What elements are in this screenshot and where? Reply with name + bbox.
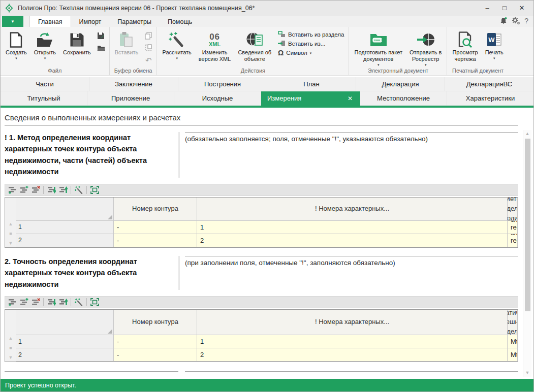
row-number[interactable]: 2 [16,348,114,362]
help-icon[interactable]: ? [524,17,528,24]
undo-icon[interactable]: ↶ [144,56,153,64]
preview-drawing-button[interactable]: Просмотр чертежа [449,27,481,67]
open-button[interactable]: Открыть ▾ [30,27,59,67]
tab-close-icon[interactable]: ✕ [347,95,354,102]
menu-tab-glavnaya[interactable]: Главная [29,16,71,27]
ribbon-group-edoc: Подготовить пакет документов ▾ [349,27,447,75]
delete-row-button[interactable] [30,297,41,307]
paste-special-icon[interactable] [144,44,153,52]
cell-method[interactable]: Метод спутниковых геодезических измерени… [508,234,518,247]
send-rosreestr-button[interactable]: Отправить в Росреестр ▾ [406,27,445,67]
autofill-wand-button[interactable] [73,185,84,195]
dropdown-caret-icon: ▾ [378,63,380,67]
save-as-button[interactable] [97,31,106,40]
dropdown-caret-icon: ▾ [44,56,46,60]
autofill-wand-button[interactable] [73,297,84,307]
cell-contour[interactable]: - [114,348,197,362]
tab-chasti[interactable]: Части [1,77,89,91]
create-button[interactable]: Создать ▾ [2,27,30,67]
scroll-up-icon[interactable]: ▲ [9,335,13,342]
dropdown-caret-icon: ▾ [15,56,17,60]
scroll-up-icon[interactable]: ▲ [9,221,13,227]
section-2-title: 2. Точность определения координат характ… [5,256,178,290]
print-button[interactable]: W Печать ▾ [482,27,507,67]
tab-iskhodnye[interactable]: Исходные [174,91,261,106]
settings-gear-icon[interactable] [512,17,520,25]
scroll-down-icon[interactable]: ▼ [525,369,530,377]
tab-deklaratsiyavs[interactable]: ДекларацияВС [445,77,533,91]
tab-kharakteristiki[interactable]: Характеристики [447,91,533,106]
row-number[interactable]: 1 [16,221,114,234]
tab-plan[interactable]: План [267,77,356,91]
minimize-button[interactable]: – [480,2,495,14]
cell-contour[interactable]: - [114,221,197,234]
tab-mestopolozhenie[interactable]: Местоположение [360,91,447,106]
cell-method[interactable]: Метод спутниковых геодезических измерени… [508,221,518,234]
scroll-down-icon[interactable]: ▼ [9,240,13,247]
cell-formula[interactable]: Mt=√(0.07²+0.07²)=0.10 [508,335,518,348]
delete-row-button[interactable] [30,185,41,195]
scroll-thumb[interactable] [525,139,530,311]
group-label-clipboard: Буфер обмена [111,67,155,75]
expand-table-button[interactable] [89,297,100,307]
tab-postroeniya[interactable]: Построения [178,77,267,91]
section-2: 2. Точность определения координат характ… [5,256,518,290]
scroll-thumb-icon[interactable]: ■ [9,231,12,237]
copy-icon[interactable] [144,31,153,40]
toolbar-separator [71,186,71,194]
menu-tab-parametry[interactable]: Параметры [109,16,160,27]
open-recent-button[interactable] [97,44,106,52]
app-menu-button[interactable]: ▼ [2,16,23,27]
save-button[interactable]: Сохранить [59,27,95,67]
cell-points[interactable]: 2 [197,234,508,247]
close-button[interactable]: ✕ [514,2,529,14]
insert-row-button[interactable] [18,185,29,195]
cell-points[interactable]: 1 [197,221,508,234]
cell-points[interactable]: 2 [197,348,508,362]
section-2-field: (при заполнении поля, отмеченные "!", за… [178,256,518,290]
scroll-up-icon[interactable]: ▲ [525,130,530,138]
table-inner-scrollbar[interactable]: ▲ ■ ▼ [5,198,16,247]
cell-points[interactable]: 1 [197,335,508,348]
prepare-package-button[interactable]: Подготовить пакет документов ▾ [351,27,406,67]
notification-bell-icon[interactable] [499,17,508,25]
document-tabs-row-2: Титульный Приложение Исходные Измерения … [1,91,533,106]
insert-row-button[interactable] [18,297,29,307]
scroll-down-icon[interactable]: ▼ [9,354,13,361]
add-row-button[interactable] [7,297,18,307]
object-info-button[interactable]: Сведения об объекте [234,27,275,67]
add-row-button[interactable] [7,185,18,195]
paste-button[interactable]: Вставить [111,27,142,67]
calculate-button[interactable]: Рассчитать ▾ [159,27,195,67]
menu-tab-import[interactable]: Импорт [71,16,110,27]
insert-from-section-button[interactable]: Вставить из раздела [278,31,344,38]
preview-magnifier-icon [458,30,473,49]
move-row-down-button[interactable] [46,185,57,195]
scroll-thumb-icon[interactable]: ■ [9,345,12,351]
app-window: Полигон Про: Техплан помещения версии 06… [0,0,534,392]
change-xml-version-button[interactable]: 06 XML Изменить версию XML [195,27,235,67]
row-number[interactable]: 1 [16,335,114,348]
insert-from-section-icon [278,31,286,38]
row-number[interactable]: 2 [16,234,114,247]
document-tabs-row-1: Части Заключение Построения План Деклара… [1,77,533,91]
menu-tab-pomosch[interactable]: Помощь [160,16,200,27]
move-row-up-button[interactable] [57,297,69,307]
tab-izmereniya[interactable]: Измерения ✕ [261,91,360,106]
tab-prilozhenie[interactable]: Приложение [87,91,174,106]
content-scrollbar[interactable]: ▲ ▼ [523,130,531,377]
insert-from-button[interactable]: Вставить из... [278,40,344,47]
tab-zaklyuchenie[interactable]: Заключение [89,77,178,91]
move-row-up-button[interactable] [57,185,69,195]
tab-deklaratsiya[interactable]: Декларация [356,77,445,91]
symbol-button[interactable]: Ω Символ ▾ [278,49,344,56]
table-method: Номер контура ! Номера характерных... ! … [5,197,518,248]
maximize-button[interactable]: □ [497,2,512,14]
table-inner-scrollbar[interactable]: ▲ ■ ▼ [5,310,16,362]
cell-contour[interactable]: - [114,234,197,247]
cell-formula[interactable]: Mt=√(0.07²+0.07²)=0.10 [508,348,518,362]
cell-contour[interactable]: - [114,335,197,348]
tab-titulnyi[interactable]: Титульный [1,91,87,106]
move-row-down-button[interactable] [46,297,57,307]
expand-table-button[interactable] [89,185,100,195]
